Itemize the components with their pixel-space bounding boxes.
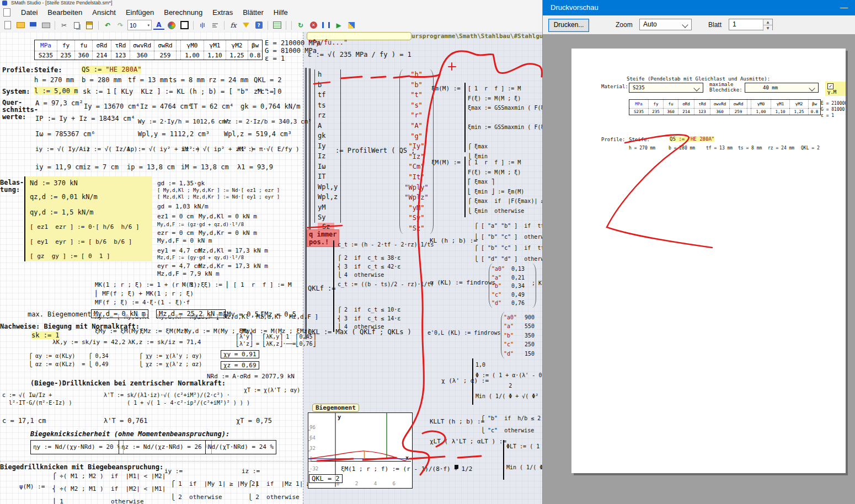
quer-vl1[interactable]: λ1 = 93,9 xyxy=(237,163,273,171)
bks-title[interactable]: Biegeknicksicherheit (ohne Momentenbeans… xyxy=(30,430,229,438)
mzdkr-val[interactable]: Mz,d,Kr = 17,3 kN m xyxy=(199,262,268,270)
profile-qkl[interactable]: QKL = 2 xyxy=(254,76,282,84)
worksheet-canvas[interactable]: MPa fy fu σRd τRd σwvRd σwRd γM0 γM1 γM2… xyxy=(0,32,543,504)
palette-icon[interactable] xyxy=(166,20,177,30)
save-icon[interactable] xyxy=(28,20,39,30)
alpha-matrix[interactable]: "a0" "a" "b" "c" "d" 0,13 0,21 0,34 0,49… xyxy=(489,264,536,308)
spin-up-icon[interactable]: ▲ xyxy=(763,19,772,25)
undo-icon[interactable]: ↶ xyxy=(102,20,113,30)
kllt-body[interactable]: ⎧ "b" if h/b ≤ 2 ⎩ "c" otherwise xyxy=(481,412,541,437)
alpha-kl-label[interactable]: α (KL) := findrows xyxy=(430,279,495,286)
chi-defs[interactable]: ⎧ χy := χ(λ'y ; αy) ⎩ χz := χ(λ'z ; αz) xyxy=(139,352,202,368)
material-table[interactable]: MPa fy fu σRd τRd σwvRd σwRd γM0 γM1 γM2… xyxy=(34,40,263,60)
quer-wplz[interactable]: Wpl,z = 519,4 cm³ xyxy=(224,130,292,138)
window-titlebar[interactable]: SMath Studio - [Steife Stütze Pendelstab… xyxy=(0,0,554,7)
font-size-select[interactable]: 10 ▾ xyxy=(127,20,152,30)
iy-label[interactable]: iy := xyxy=(164,468,183,475)
alpha-kl-tail[interactable]: ; KL xyxy=(532,280,543,286)
selection-handle[interactable] xyxy=(455,465,458,469)
ez1-val[interactable]: ez1 = 0 cm xyxy=(157,213,194,220)
qkl-max[interactable]: QKL := Max ( QKLf ; QKLs ) xyxy=(308,328,412,336)
chi-y-result[interactable]: χy = 0,91 xyxy=(221,350,259,358)
mydkr-val[interactable]: My,d,Kr = 0 kN m xyxy=(199,229,257,237)
function-icon[interactable]: fx xyxy=(228,20,239,30)
mzdf-val[interactable]: Mz,d,F = 7,9 kN m xyxy=(157,270,220,277)
lambda-kz[interactable]: λK,z := sk/iz = 71,4 xyxy=(128,339,201,346)
gd-val[interactable]: gd = 1,03 kN/m xyxy=(157,203,209,210)
quer-label[interactable]: Quer- schnitts- werte: xyxy=(2,99,38,121)
m-def[interactable]: M(M ; ξ) := ⎢ [ 1 r f ] := M xyxy=(182,281,292,288)
mzd-k-def[interactable]: [ Mz,d,Kl ; Mz,d,Kr ] := Nd·[ ey1 ; eyr … xyxy=(157,194,280,200)
profile-label[interactable]: Profile: xyxy=(2,66,34,74)
print-icon[interactable] xyxy=(40,20,51,30)
align-horizontal-icon[interactable] xyxy=(197,20,208,30)
lambda-ky[interactable]: λK,y := sk/iy = 42,2 xyxy=(52,339,125,346)
menu-blaetter[interactable]: Blätter xyxy=(238,7,269,18)
belastung-label[interactable]: Belas- tung: xyxy=(0,179,24,194)
drucken-button[interactable]: Drucken... xyxy=(548,19,589,32)
myd-k-def[interactable]: [ My,d,Kl ; My,d,Kr ] := Nd·[ ez1 ; ezr … xyxy=(157,187,280,193)
stop-icon[interactable]: ✕ xyxy=(308,20,319,30)
system-l[interactable]: l := 5,00 m xyxy=(34,87,78,95)
mzdkl-val[interactable]: Mz,d,Kl = 17,3 kN m xyxy=(199,247,268,254)
system-zm[interactable]: zM := 0 xyxy=(254,88,282,95)
menu-berechnung[interactable]: Berechnung xyxy=(159,7,207,18)
psi-label[interactable]: ψ(M) := xyxy=(19,483,45,490)
chart-title-tab[interactable]: Biegemoment xyxy=(312,404,359,412)
c-val[interactable]: c = 17,1 cm xyxy=(2,417,46,425)
profile-qs[interactable]: QS := "HE 280A" xyxy=(82,66,141,73)
copy-icon[interactable] xyxy=(71,20,82,30)
mydf-def[interactable]: My,d,F := (gz·gd + qz,d)·l²/8 xyxy=(157,222,244,227)
eta-t[interactable]: Nd/(χT·NRd) = 24 % xyxy=(205,440,276,454)
quer-viy[interactable]: iy = 11,9 cm xyxy=(35,163,83,171)
menu-bearbeiten[interactable]: Bearbeiten xyxy=(42,7,87,18)
iy-cases[interactable]: ⎧ 1 if |My 1| ≥ |My 2| ⎩ 2 otherwise xyxy=(171,478,259,504)
cut-icon[interactable]: ✂ xyxy=(58,20,70,30)
quer-ip[interactable]: IP := Iy + Iz = 18434 cm⁴ xyxy=(35,115,135,122)
align-vertical-icon[interactable] xyxy=(210,20,221,30)
xi-M-label[interactable]: ξM(M) := xyxy=(431,159,461,166)
mydf-val[interactable]: My,d,F = 0 kN m xyxy=(157,237,212,244)
profil-keys[interactable]: "h" "b" "t" "s" "r" "A" "g" "Iy" "Iz" "C… xyxy=(399,69,434,234)
lambda-t-def[interactable]: λ'T := sk/(λ1·iz)·√( (c²+iM²)/(2·c²) · (… xyxy=(104,392,250,407)
chilt-label[interactable]: χLT ( λ'LT ; αLT ) := xyxy=(430,438,506,445)
open-file-icon[interactable] xyxy=(15,20,26,30)
menu-datei[interactable]: Datei xyxy=(16,7,42,18)
quer-vim[interactable]: iM = 13,8 cm xyxy=(181,163,229,171)
side-panel-icon[interactable] xyxy=(271,20,282,30)
drill-title[interactable]: (Biege-)Drillknicken bei zentrischer Nor… xyxy=(30,379,226,387)
chi-z-result[interactable]: χz = 0,69 xyxy=(221,361,259,369)
menu-ansicht[interactable]: Ansicht xyxy=(87,7,121,18)
sk-def[interactable]: sk := 1 xyxy=(31,331,60,339)
run-icon[interactable]: ▶ xyxy=(333,20,344,30)
system-kl[interactable]: [ KLy KLz ] := KL (h ; b) = [ "b" "c" ] xyxy=(113,88,276,95)
profile-ts[interactable]: ts = 8 mm xyxy=(169,76,205,84)
max-moment-label[interactable]: max. Biegemoment: xyxy=(28,310,95,318)
quer-viz[interactable]: iz = 7 cm xyxy=(83,163,119,171)
mf-def[interactable]: ⎢ MF(f ; ξ) + MK(1 ; r ; ξ) xyxy=(95,290,194,297)
psi-cases[interactable]: ⎧ ÷( M1 ; M2 ) if |M1| < |M2| ⎨ ÷( M2 ; … xyxy=(52,470,165,504)
blatt-spinner[interactable]: 1 ▲ ▼ xyxy=(729,19,773,30)
mzd-result[interactable]: Mz,d = 25,2 kN m xyxy=(156,309,226,318)
recalculate-icon[interactable]: ↻ xyxy=(295,20,306,30)
profile-h[interactable]: h = 270 mm xyxy=(34,76,74,84)
eta-z[interactable]: ηz := Nd/(χz·NRd) = 26 % xyxy=(119,440,212,454)
gd-def[interactable]: gd := 1,35·gk xyxy=(157,180,205,187)
belastung-panel[interactable]: Nd := 370 kN qz,d := 0,01 kN/m qy,d := 1… xyxy=(24,176,152,261)
quer-rl1[interactable]: λ1 := π·√( E/fy ) xyxy=(237,146,300,153)
qklz-cases[interactable]: ⎧ 2 if c_t ≤ 38·ε ⎨ 3 if c_t ≤ 42·ε ⎩ 4 … xyxy=(338,254,400,280)
xi-lrf-def[interactable]: ξM(1 ; r ; f) := (r - 1)/(8·f) + 1/2 xyxy=(341,465,472,473)
mf2-def[interactable]: MF(f ; ξ) := 4·ξ·(1 - ξ)·f xyxy=(95,299,190,306)
xi-m-body[interactable]: [ 1 r f ] := M F(ξ) := M(M ; ξ) ξmax := … xyxy=(468,84,543,161)
eyr-val[interactable]: eyr = 4,7 cm xyxy=(157,262,201,270)
lambda-rel[interactable]: ⎡λ'y⎤ ⎡λK,y⎤ 1 ⎡0,45⎤ ⎣λ'z⎦ = ⎣λK,z⎦·──=… xyxy=(236,333,316,347)
paste-icon[interactable] xyxy=(84,20,95,30)
mydkl-val[interactable]: My,d,Kl = 0 kN m xyxy=(199,213,257,220)
preview-area[interactable]: Steife (Pendelstab mit Gleichlast und Au… xyxy=(543,34,855,504)
minimize-button[interactable]: — xyxy=(840,0,848,14)
xi-m-label[interactable]: ξm(M) := xyxy=(431,85,461,92)
qklf-ct[interactable]: c_t := ((b - ts)/2 - rz)·1/tf xyxy=(338,281,434,287)
mzdf-def[interactable]: Mz,d,F := (gy·gd + qy,d)·l²/8 xyxy=(157,255,244,260)
qklf-cases[interactable]: ⎧ 2 if c_t ≤ 10·ε ⎨ 3 if c_t ≤ 14·ε ⎩ 4 … xyxy=(338,305,400,331)
update-worksheet-icon[interactable] xyxy=(346,20,357,30)
